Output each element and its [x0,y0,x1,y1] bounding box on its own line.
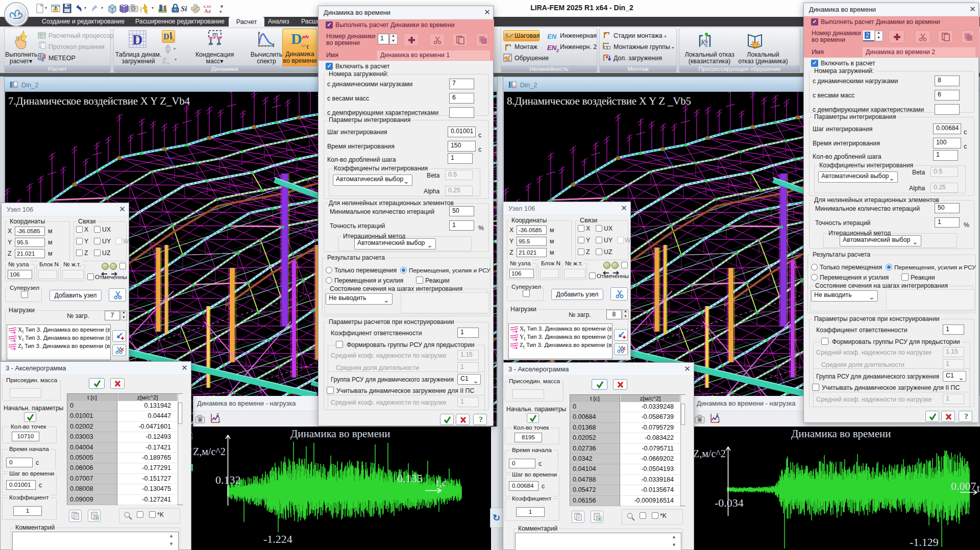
svg-text:25: 25 [14,85,17,88]
svg-text:d: d [705,42,707,48]
svg-text:S: S [505,32,508,39]
svg-text:D: D [163,32,169,41]
svg-text:2: 2 [716,413,719,417]
svg-text:?: ? [964,412,968,420]
svg-text:2: 2 [216,413,219,417]
svg-text:?: ? [479,415,483,423]
svg-text:1: 1 [718,418,720,423]
svg-text:Si: Si [181,5,187,13]
svg-text:1: 1 [218,418,220,423]
svg-text:m: m [212,31,218,38]
svg-text:t: t [273,41,275,48]
svg-text:25: 25 [512,85,516,88]
svg-text:Σ: Σ [41,57,44,62]
svg-text:t: t [307,43,309,50]
svg-text:D: D [132,32,142,47]
svg-text:Aa: Aa [204,8,211,14]
svg-text:D: D [291,30,302,47]
